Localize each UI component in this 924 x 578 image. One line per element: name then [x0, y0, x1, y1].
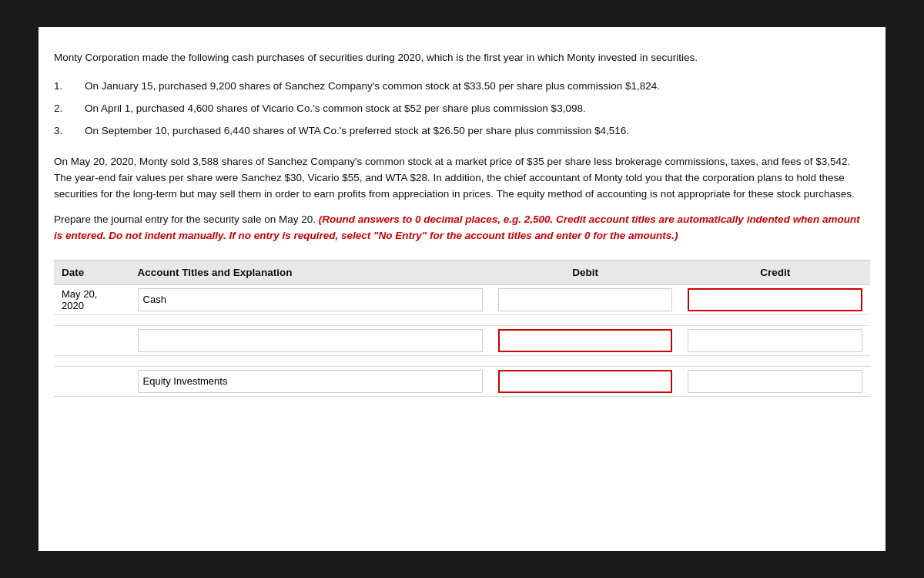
spacer-row — [54, 314, 870, 325]
debit-cell-2 — [490, 325, 681, 355]
debit-input-2[interactable] — [498, 329, 673, 352]
table-row — [54, 366, 870, 396]
paragraph-text: On May 20, 2020, Monty sold 3,588 shares… — [54, 154, 870, 203]
date-cell-3 — [54, 366, 130, 396]
account-cell-2 — [130, 325, 490, 355]
list-text: On January 15, purchased 9,200 shares of… — [85, 79, 660, 94]
list-text: On September 10, purchased 6,440 shares … — [85, 124, 629, 139]
date-cell-2 — [54, 325, 130, 355]
credit-cell-1 — [680, 284, 870, 314]
credit-cell-2 — [680, 325, 870, 355]
table-row: May 20, 2020 — [54, 284, 870, 314]
account-cell-3 — [130, 366, 490, 396]
header-debit: Debit — [490, 260, 681, 284]
header-date: Date — [54, 260, 130, 284]
intro-text: Monty Corporation made the following cas… — [54, 50, 870, 66]
debit-input-3[interactable] — [498, 370, 673, 393]
credit-input-1[interactable] — [688, 288, 862, 311]
instruction-start: Prepare the journal entry for the securi… — [54, 213, 319, 225]
debit-cell-3 — [490, 366, 681, 396]
page-container: Monty Corporation made the following cas… — [38, 27, 886, 551]
account-input-3[interactable] — [138, 370, 483, 393]
header-credit: Credit — [680, 260, 870, 284]
account-input-2[interactable] — [138, 329, 483, 352]
spacer-row — [54, 355, 870, 366]
list-text: On April 1, purchased 4,600 shares of Vi… — [85, 102, 586, 116]
numbered-list: 1. On January 15, purchased 9,200 shares… — [54, 79, 870, 139]
journal-table: Date Account Titles and Explanation Debi… — [54, 260, 870, 397]
header-account: Account Titles and Explanation — [130, 260, 490, 284]
list-num: 2. — [54, 102, 85, 116]
list-item: 3. On September 10, purchased 6,440 shar… — [54, 124, 870, 139]
credit-input-2[interactable] — [688, 329, 862, 352]
account-cell-1 — [130, 284, 490, 314]
table-row — [54, 325, 870, 355]
instruction-text: Prepare the journal entry for the securi… — [54, 212, 870, 244]
account-input-1[interactable] — [138, 288, 483, 311]
list-item: 2. On April 1, purchased 4,600 shares of… — [54, 102, 870, 116]
list-num: 3. — [54, 124, 85, 139]
debit-cell-1 — [490, 284, 681, 314]
list-num: 1. — [54, 79, 85, 94]
credit-input-3[interactable] — [688, 370, 862, 393]
debit-input-1[interactable] — [498, 288, 673, 311]
credit-cell-3 — [680, 366, 870, 396]
date-cell: May 20, 2020 — [54, 284, 130, 314]
list-item: 1. On January 15, purchased 9,200 shares… — [54, 79, 870, 94]
